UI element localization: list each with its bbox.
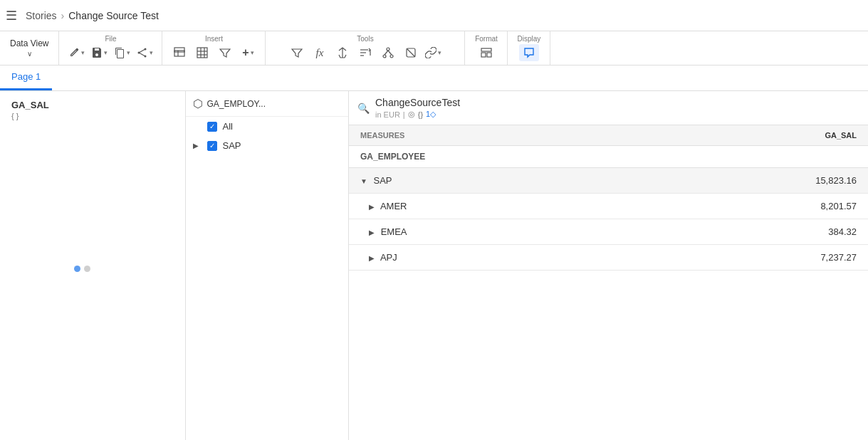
data-view-chevron[interactable]: ∨ [27, 50, 32, 58]
table-container: MEASURES GA_SAL GA_EMPLOYEE [349, 125, 868, 440]
insert-table-button[interactable] [169, 44, 189, 61]
left-area: GA_SAL { } ⬡ GA_EMPLOY... [0, 91, 349, 440]
display-label: Display [518, 35, 541, 43]
table-subtitle-row: in EUR | ◎ {} 1◇ [375, 110, 460, 119]
svg-point-19 [390, 55, 393, 58]
filter-model-header: ⬡ GA_EMPLOY... [186, 91, 349, 117]
tools-group: Tools fx ▾ [266, 31, 465, 65]
breadcrumb-root[interactable]: Stories [26, 10, 57, 21]
col-header-measures: MEASURES [349, 125, 520, 146]
insert-filter-button[interactable] [215, 44, 235, 61]
linked-button[interactable]: ▾ [424, 44, 444, 61]
hierarchy-button[interactable] [378, 44, 398, 61]
emea-row-label: ▶ EMEA [349, 219, 520, 245]
table-subtitle: in EUR [375, 110, 400, 119]
data-view-label: Data View [10, 38, 48, 48]
table-row: ▶ APJ 7,237.27 [349, 245, 868, 271]
loading-indicator [74, 266, 90, 272]
formula-button[interactable]: fx [310, 44, 330, 61]
amer-row-label: ▶ AMER [349, 194, 520, 219]
sap-row-label: ▼ SAP [349, 168, 520, 194]
emea-row-expand-icon[interactable]: ▶ [369, 229, 375, 236]
table-header-row: MEASURES GA_SAL [349, 125, 868, 146]
tools-icons: fx ▾ [287, 44, 444, 61]
main-split: GA_SAL { } ⬡ GA_EMPLOY... [0, 91, 868, 440]
insert-grid-button[interactable] [192, 44, 212, 61]
table-title: ChangeSourceTest [375, 97, 460, 108]
filter-model-name: GA_EMPLOY... [207, 99, 342, 109]
widget-subtitle: { } [11, 112, 174, 120]
svg-rect-24 [481, 48, 491, 51]
svg-rect-26 [487, 53, 491, 57]
right-panel: 🔍 ChangeSourceTest in EUR | ◎ {} 1◇ [349, 91, 868, 440]
balance-button[interactable] [333, 44, 352, 61]
ga-employee-header: GA_EMPLOYEE [349, 146, 868, 168]
save-button[interactable]: ▾ [89, 44, 109, 61]
filter-sidebar: ⬡ GA_EMPLOY... ✓ All ▶ ✓ SA [185, 91, 349, 440]
data-view-group: Data View ∨ [0, 31, 59, 65]
braces-icon[interactable]: {} [418, 110, 423, 119]
amer-row-value: 8,201.57 [520, 194, 868, 219]
amer-row-expand-icon[interactable]: ▶ [369, 203, 375, 211]
disable-button[interactable] [401, 44, 421, 61]
table-row-group-header: GA_EMPLOYEE [349, 146, 868, 168]
insert-label: Insert [205, 35, 223, 43]
insert-more-button[interactable]: + ▾ [238, 44, 258, 61]
sort-button[interactable] [355, 44, 375, 61]
filter-all-item[interactable]: ✓ All [186, 117, 349, 136]
apj-row-label: ▶ APJ [349, 245, 520, 271]
svg-line-23 [407, 48, 415, 57]
file-label: File [105, 35, 116, 43]
format-icons [476, 44, 496, 61]
apj-row-expand-icon[interactable]: ▶ [369, 254, 375, 262]
all-checkbox[interactable]: ✓ [207, 122, 217, 132]
svg-line-21 [388, 51, 392, 55]
page-tabs: Page 1 [0, 66, 868, 91]
breadcrumb: Stories › Change Source Test [26, 10, 159, 21]
sap-checkbox[interactable]: ✓ [207, 141, 217, 151]
model-cube-icon: ⬡ [193, 97, 203, 110]
display-icons [519, 44, 539, 61]
all-label: All [223, 121, 233, 132]
data-table: MEASURES GA_SAL GA_EMPLOYEE [349, 125, 868, 271]
svg-line-4 [139, 53, 145, 56]
currency-icon[interactable]: ◎ [408, 110, 415, 119]
format-layout-button[interactable] [476, 44, 496, 61]
main-content: GA_SAL { } ⬡ GA_EMPLOY... [0, 91, 868, 440]
table-header-info: 🔍 ChangeSourceTest in EUR | ◎ {} 1◇ [349, 91, 868, 125]
sap-row-value: 15,823.16 [520, 168, 868, 194]
widget-title: GA_SAL [11, 100, 174, 110]
tools-label: Tools [357, 35, 373, 43]
display-comment-button[interactable] [519, 44, 539, 61]
table-row: ▼ SAP 15,823.16 [349, 168, 868, 194]
table-title-area: ChangeSourceTest in EUR | ◎ {} 1◇ [375, 97, 460, 119]
sap-row-expand-icon[interactable]: ▼ [360, 177, 367, 185]
sap-label: SAP [223, 140, 241, 151]
sap-expand-icon[interactable]: ▶ [193, 142, 202, 150]
svg-point-18 [383, 55, 386, 58]
search-icon[interactable]: 🔍 [357, 103, 370, 114]
filter-icon-button[interactable] [287, 44, 307, 61]
edit-button[interactable]: ▾ [66, 44, 86, 61]
svg-point-17 [387, 48, 389, 51]
apj-row-value: 7,237.27 [520, 245, 868, 271]
hamburger-icon[interactable]: ☰ [6, 8, 17, 23]
share-button[interactable]: ▾ [135, 44, 155, 61]
breadcrumb-current: Change Source Test [68, 10, 159, 21]
table-row: ▶ AMER 8,201.57 [349, 194, 868, 219]
dot-1 [74, 266, 80, 272]
file-group: File ▾ ▾ ▾ ▾ [59, 31, 162, 65]
toolbar: Data View ∨ File ▾ ▾ ▾ ▾ Insert [0, 31, 868, 66]
breadcrumb-separator: › [61, 10, 65, 21]
format-group: Format [465, 31, 508, 65]
tab-page1-label: Page 1 [11, 71, 41, 82]
tab-page1[interactable]: Page 1 [0, 65, 52, 90]
svg-line-3 [139, 49, 145, 53]
filter-sap-item[interactable]: ▶ ✓ SAP [186, 136, 349, 155]
display-group: Display [508, 31, 550, 65]
copy-button[interactable]: ▾ [112, 44, 132, 61]
col-header-ga-sal: GA_SAL [520, 125, 868, 146]
svg-rect-5 [174, 51, 184, 52]
format-label: Format [475, 35, 498, 43]
page-indicator[interactable]: 1◇ [426, 110, 436, 119]
